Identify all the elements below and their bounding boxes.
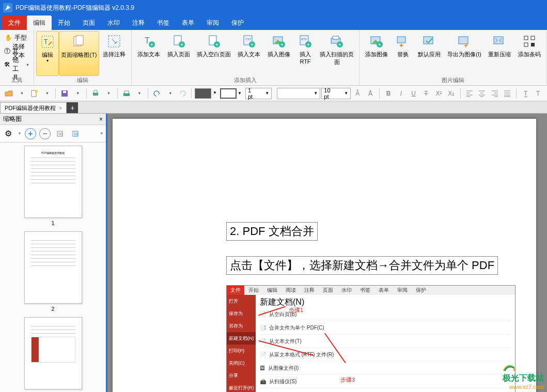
page-canvas: 2. PDF 文档合并 点击【文件】，选择新建文档→合并文件为单个 PDF 文件… — [113, 119, 536, 392]
svg-text:90: 90 — [58, 132, 62, 136]
print-dropdown[interactable] — [102, 87, 114, 100]
step3-label: 步骤3 — [340, 376, 355, 384]
svg-rect-48 — [124, 91, 129, 93]
embed-row-fromscan: 📠从扫描仪(S) — [260, 375, 511, 388]
stroke-color[interactable]: ▼ — [220, 88, 237, 99]
btn-insert-rtf[interactable]: RTF+ 插入RTF — [294, 31, 317, 76]
menu-page[interactable]: 页面 — [76, 15, 101, 30]
btn-add-image[interactable]: + 添加图像 — [362, 31, 392, 76]
menu-review[interactable]: 审阅 — [200, 15, 225, 30]
new-button[interactable] — [28, 87, 40, 100]
separator — [148, 88, 148, 99]
btn-insert-image[interactable]: + 插入图像 — [264, 31, 294, 76]
open-dropdown[interactable] — [15, 87, 27, 100]
ribbon: ✋ 手型 Ⓣ 选择文本 🛠 其他工具 工具 T 编辑 — [0, 30, 547, 86]
close-panel-icon[interactable]: × — [99, 116, 103, 123]
document-view[interactable]: 2. PDF 文档合并 点击【文件】，选择新建文档→合并文件为单个 PDF 文件… — [107, 114, 547, 392]
btn-insert-blank[interactable]: + 插入空白页面 — [194, 31, 234, 76]
line-width-select[interactable]: 1 pt▼ — [245, 88, 272, 99]
close-tab-icon[interactable]: × — [59, 105, 62, 111]
rotate-left-button[interactable]: 90 — [54, 128, 66, 140]
subscript-button[interactable]: X₂ — [446, 87, 457, 100]
menu-edit[interactable]: 编辑 — [27, 15, 52, 30]
thumb-item[interactable]: PDF编辑器使用教程 1 — [3, 146, 103, 226]
btn-edit[interactable]: T 编辑 ▼ — [36, 31, 59, 76]
embed-mi: 开始 — [244, 286, 263, 295]
btn-thumbnail[interactable]: 页面缩略图(T) — [59, 31, 99, 76]
btn-insert-scan[interactable]: + 插入扫描的页面 — [317, 31, 357, 76]
gear-icon[interactable]: ⚙ — [2, 128, 14, 140]
menu-watermark[interactable]: 水印 — [101, 15, 126, 30]
thumb-item[interactable]: 3 — [3, 317, 103, 392]
menu-start[interactable]: 开始 — [52, 15, 76, 30]
undo-button[interactable] — [151, 87, 163, 100]
thumb-page-1[interactable]: PDF编辑器使用教程 — [24, 146, 82, 218]
align-right-button[interactable] — [489, 87, 501, 100]
btn-recompress[interactable]: 重新压缩 — [485, 31, 514, 76]
app-icon — [3, 3, 12, 12]
thumbnail-tools: ⚙ ▼ + − 90 90 ▼ — [0, 125, 106, 143]
fill-color[interactable]: ▼ — [195, 88, 211, 99]
thumbnail-header: 缩略图 × — [0, 114, 106, 125]
svg-text:T: T — [44, 38, 48, 45]
new-tab-button[interactable]: + — [67, 102, 78, 113]
btn-add-barcode[interactable]: 添加条码 — [514, 31, 544, 76]
document-tab[interactable]: PDF编辑器使用教程 × — [0, 102, 67, 113]
rotate-right-button[interactable]: 90 — [69, 128, 82, 140]
menu-file[interactable]: 文件 — [2, 15, 27, 30]
zoom-in-button[interactable]: + — [25, 128, 36, 139]
thumbnail-list[interactable]: PDF编辑器使用教程 1 2 3 — [0, 143, 106, 392]
btn-export-image[interactable]: 导出为图像(I) — [444, 31, 485, 76]
svg-point-42 — [35, 90, 38, 93]
embed-mi: 水印 — [337, 286, 356, 295]
superscript-button[interactable]: X² — [433, 87, 444, 100]
svg-rect-46 — [94, 90, 97, 93]
save-dropdown[interactable] — [72, 87, 83, 100]
align-justify-button[interactable] — [502, 87, 513, 100]
text-select-icon: Ⓣ — [4, 47, 10, 55]
btn-insert-page[interactable]: + 插入页面 — [164, 31, 194, 76]
btn-insert-rtf-label: 插入RTF — [295, 51, 316, 65]
menu-protect[interactable]: 保护 — [225, 15, 250, 30]
btn-replace[interactable]: 替换 — [392, 31, 414, 76]
strike-button[interactable]: T — [420, 87, 432, 100]
zoom-out-button[interactable]: − — [39, 128, 51, 139]
bold-button[interactable]: B — [383, 87, 394, 100]
underline-button[interactable]: U — [408, 87, 419, 100]
open-button[interactable] — [3, 87, 14, 100]
embed-side-recent: 最近打开(R) — [227, 382, 256, 392]
font-select[interactable]: ▼ — [277, 88, 321, 99]
align-center-button[interactable] — [476, 87, 488, 100]
font-shrink-button[interactable]: Ǎ — [365, 87, 376, 100]
fontsize-select[interactable]: 10 pt▼ — [321, 88, 351, 99]
redo-button[interactable] — [177, 87, 188, 100]
step1-label: 步骤1 — [289, 306, 303, 314]
align-left-button[interactable] — [464, 87, 475, 100]
undo-dropdown[interactable] — [164, 87, 176, 100]
print-button[interactable] — [90, 87, 101, 100]
thumb-page-3[interactable] — [24, 317, 82, 389]
btn-add-barcode-label: 添加条码 — [518, 51, 541, 58]
tool-other[interactable]: 🛠 其他工具 — [2, 58, 32, 71]
btn-insert-text[interactable]: TXT+ 插入文本 — [234, 31, 264, 76]
separator — [191, 88, 192, 99]
select-annot-icon — [106, 33, 122, 50]
thumb-item[interactable]: 2 — [3, 231, 103, 312]
btn-default-apply[interactable]: 默认应用 — [414, 31, 444, 76]
thumb-page-2[interactable] — [24, 231, 82, 304]
text-color-button[interactable]: T — [532, 87, 543, 100]
new-dropdown[interactable] — [41, 87, 52, 100]
menu-form[interactable]: 表单 — [176, 15, 200, 30]
menu-annotate[interactable]: 注释 — [126, 15, 151, 30]
font-grow-button[interactable]: Â — [352, 87, 363, 100]
menu-bookmark[interactable]: 书签 — [151, 15, 176, 30]
scan-dropdown[interactable] — [133, 87, 145, 100]
btn-select-annot[interactable]: 选择注释 — [99, 31, 129, 76]
highlight-button[interactable]: T̲ — [520, 87, 531, 100]
save-button[interactable] — [59, 87, 70, 100]
btn-add-text[interactable]: T+ 添加文本 — [134, 31, 164, 76]
scan-button[interactable] — [121, 87, 132, 100]
tools-icon: 🛠 — [4, 60, 10, 69]
chevron-down-icon[interactable]: ▼ — [100, 131, 104, 136]
italic-button[interactable]: I — [395, 87, 407, 100]
